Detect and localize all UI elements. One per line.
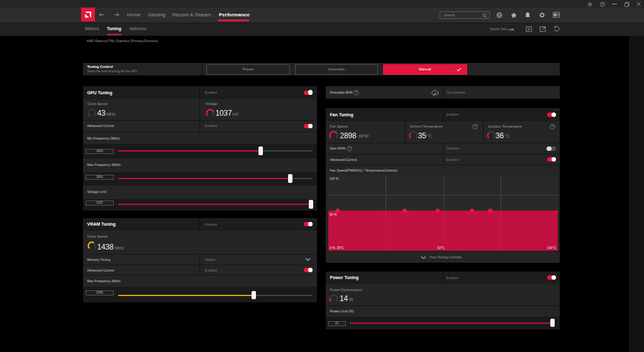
svg-text:?: ? bbox=[601, 2, 603, 6]
svg-text:?: ? bbox=[355, 91, 357, 94]
svg-text:?: ? bbox=[552, 124, 553, 128]
svg-text:?: ? bbox=[474, 124, 476, 128]
svg-text:?: ? bbox=[348, 146, 350, 150]
